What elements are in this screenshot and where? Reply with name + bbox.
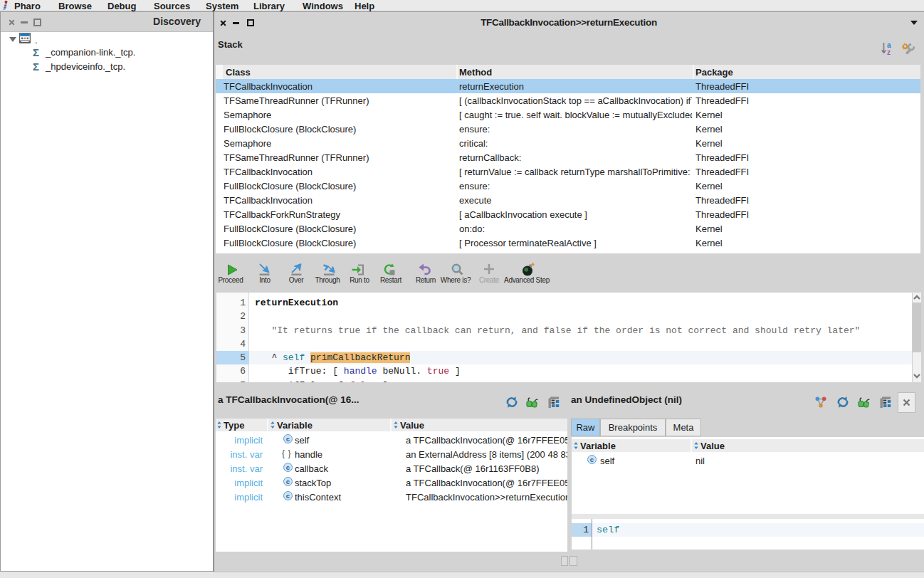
svg-text:z: z — [887, 48, 891, 56]
